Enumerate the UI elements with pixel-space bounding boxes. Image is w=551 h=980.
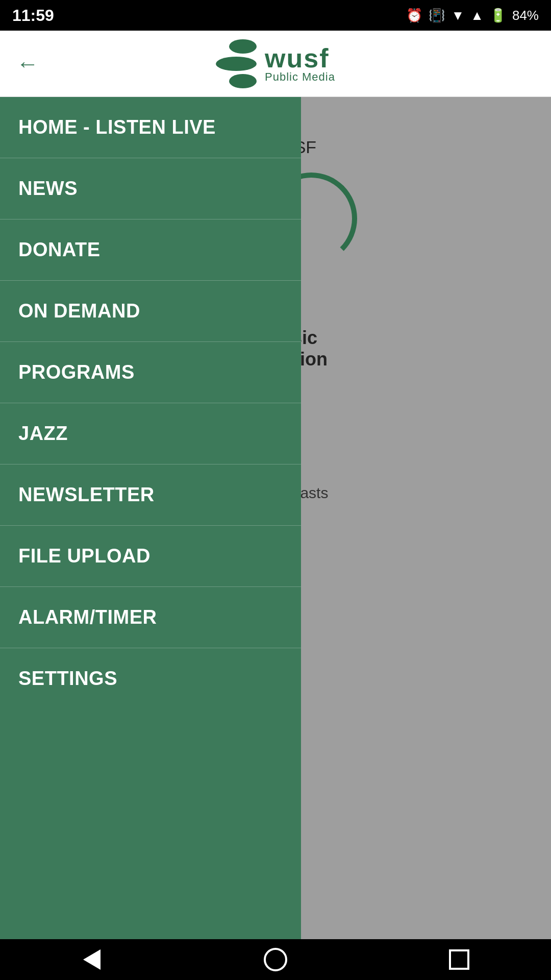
menu-item-donate[interactable]: DONATE (0, 219, 301, 281)
back-button[interactable]: ← (16, 51, 39, 77)
menu-item-home-listen-live[interactable]: HOME - LISTEN LIVE (0, 97, 301, 158)
menu-item-news[interactable]: NEWS (0, 158, 301, 219)
vibrate-icon: 📳 (429, 8, 445, 23)
status-icons: ⏰ 📳 ▼ ▲ 🔋 84% (406, 8, 539, 23)
nav-back-button[interactable] (71, 939, 112, 980)
alarm-icon: ⏰ (406, 8, 422, 23)
battery-icon: 🔋 (490, 8, 506, 23)
nav-bar (0, 939, 551, 980)
logo-ellipse-3 (229, 74, 257, 88)
logo: wusf Public Media (216, 39, 335, 88)
logo-ellipse-2 (216, 57, 257, 71)
wifi-icon: ▼ (451, 8, 464, 23)
drawer-menu: HOME - LISTEN LIVE NEWS DONATE ON DEMAND… (0, 97, 301, 939)
logo-wusf: wusf (265, 45, 335, 71)
menu-item-newsletter[interactable]: NEWSLETTER (0, 464, 301, 526)
logo-ellipse-1 (229, 39, 257, 54)
header: ← wusf Public Media (0, 31, 551, 97)
battery-percent: 84% (512, 8, 539, 23)
signal-icon: ▲ (470, 8, 484, 23)
nav-home-button[interactable] (255, 939, 296, 980)
nav-recent-button[interactable] (439, 939, 480, 980)
menu-item-programs[interactable]: PROGRAMS (0, 342, 301, 403)
menu-item-on-demand[interactable]: ON DEMAND (0, 281, 301, 342)
logo-subtitle: Public Media (265, 71, 335, 83)
status-bar: 11:59 ⏰ 📳 ▼ ▲ 🔋 84% (0, 0, 551, 31)
status-time: 11:59 (12, 6, 54, 25)
logo-text: wusf Public Media (265, 45, 335, 83)
menu-item-settings[interactable]: SETTINGS (0, 648, 301, 709)
menu-item-jazz[interactable]: JAZZ (0, 403, 301, 464)
logo-ellipses (216, 39, 257, 88)
menu-item-alarm-timer[interactable]: ALARM/TIMER (0, 587, 301, 648)
menu-item-file-upload[interactable]: FILE UPLOAD (0, 526, 301, 587)
